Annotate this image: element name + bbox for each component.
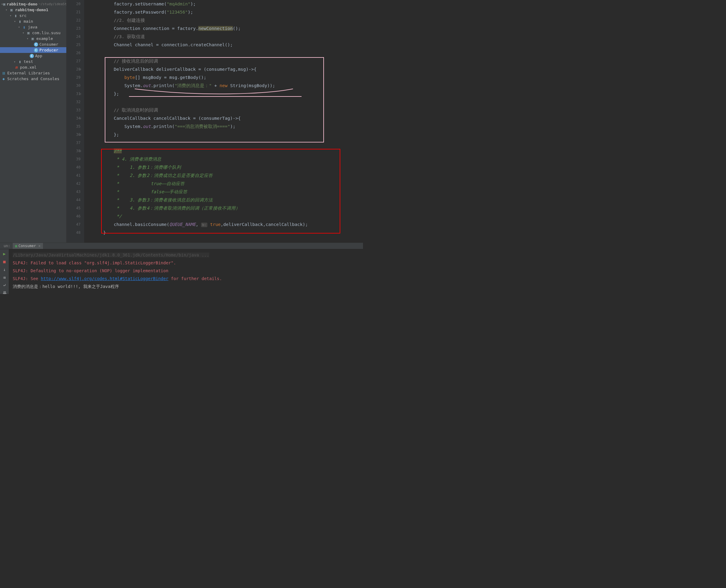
library-icon: ⫼: [1, 71, 6, 75]
java-class-icon: C: [34, 48, 38, 52]
class-producer[interactable]: CProducer: [0, 47, 66, 53]
java-class-icon: C: [34, 42, 38, 47]
scratches-consoles[interactable]: ◈Scratches and Consoles: [0, 76, 66, 82]
fold-icon[interactable]: ⊟: [80, 65, 81, 74]
layout-icon[interactable]: ⇉: [1, 274, 8, 281]
java-class-icon: C: [30, 54, 34, 58]
project-sidebar: ▾▣rabbitmq-demo~/study/ideaStu ▾▣rabbitm…: [0, 0, 67, 243]
file-pom[interactable]: mpom.xml: [0, 64, 66, 70]
code-editor[interactable]: 20 21 22 23 24 25 26 27 28⊟ 29 30 31⊡ 32…: [67, 0, 363, 243]
run-status-icon: ▣: [15, 244, 17, 248]
console-output[interactable]: /Library/Java/JavaVirtualMachines/jdk1.8…: [9, 249, 363, 294]
wrap-icon[interactable]: ⤶: [1, 282, 8, 289]
folder-src[interactable]: ▾▮src: [0, 13, 66, 18]
scratch-icon: ◈: [1, 77, 6, 81]
run-toolbar: ▶ ■ ↓ ⇉ ⤶ 🖶 🗑: [0, 249, 9, 294]
class-app[interactable]: CApp: [0, 53, 66, 59]
fold-icon[interactable]: ⊟: [80, 147, 81, 155]
slf4j-link[interactable]: http://www.slf4j.org/codes.html#StaticLo…: [41, 276, 168, 281]
run-panel: un: ▣ Consumer × ▶ ■ ↓ ⇉ ⤶ 🖶 🗑 /Library/…: [0, 243, 363, 294]
project-root[interactable]: ▾▣rabbitmq-demo~/study/ideaStu: [0, 1, 66, 7]
folder-main[interactable]: ▾▮main: [0, 18, 66, 24]
run-label: un:: [1, 244, 13, 248]
stop-icon[interactable]: ■: [1, 258, 8, 265]
line-gutter: 20 21 22 23 24 25 26 27 28⊟ 29 30 31⊡ 32…: [67, 0, 84, 243]
fold-icon[interactable]: ⊡: [80, 90, 81, 98]
class-consumer[interactable]: CConsumer: [0, 41, 66, 47]
down-icon[interactable]: ↓: [1, 266, 8, 273]
rerun-icon[interactable]: ▶: [1, 250, 8, 257]
close-icon[interactable]: ×: [38, 244, 41, 248]
maven-icon: m: [14, 65, 19, 69]
folder-test[interactable]: ▸▮test: [0, 59, 66, 64]
run-tab-consumer[interactable]: ▣ Consumer ×: [13, 243, 43, 249]
fold-icon[interactable]: ⊡: [80, 131, 81, 139]
module-demo1[interactable]: ▾▣rabbitmq-demo1: [0, 7, 66, 13]
folder-java[interactable]: ▾▮java: [0, 24, 66, 30]
fold-icon[interactable]: ⊟: [80, 114, 81, 123]
project-tree: ▾▣rabbitmq-demo~/study/ideaStu ▾▣rabbitm…: [0, 0, 66, 83]
external-libraries[interactable]: ⫼External Libraries: [0, 70, 66, 76]
print-icon[interactable]: 🖶: [1, 290, 8, 294]
package-example[interactable]: ▾▣example: [0, 36, 66, 41]
package-comliususu[interactable]: ▾▣com.liu.susu: [0, 30, 66, 36]
